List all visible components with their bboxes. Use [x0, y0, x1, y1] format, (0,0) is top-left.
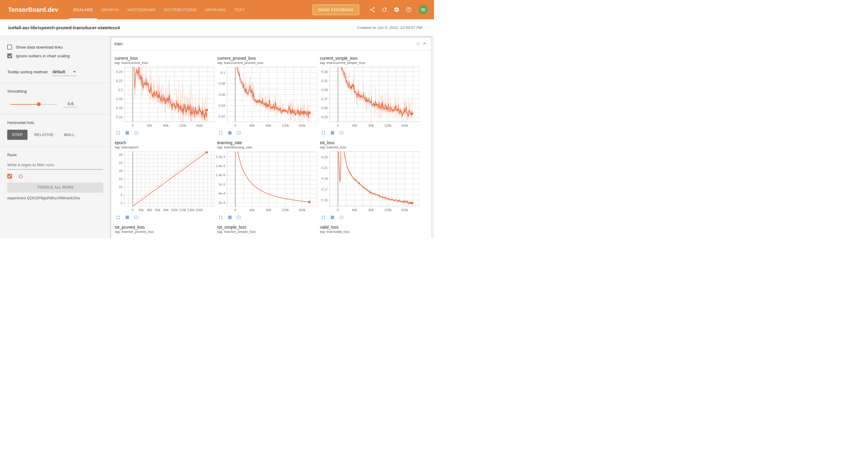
fit-domain-icon[interactable] — [134, 215, 139, 220]
svg-text:18: 18 — [119, 169, 123, 172]
fit-domain-icon[interactable] — [339, 130, 344, 135]
chart-actions — [113, 129, 215, 135]
page-title: icefall-asr-librispeech-pruned-transduce… — [8, 25, 120, 30]
svg-text:160k: 160k — [298, 124, 305, 127]
expand-icon[interactable] — [321, 130, 326, 135]
tab-graphs[interactable]: GRAPHS — [97, 0, 123, 19]
scrollbar[interactable] — [431, 36, 434, 238]
chart-plot[interactable]: 261014182226020k40k60k80k100k120k140k160… — [113, 150, 215, 214]
data-table-icon[interactable] — [330, 130, 335, 135]
expand-icon[interactable] — [116, 215, 121, 220]
tab-distributions[interactable]: DISTRIBUTIONS — [160, 0, 201, 19]
svg-text:0.24: 0.24 — [116, 70, 123, 73]
svg-text:6: 6 — [121, 193, 123, 197]
run-checkbox[interactable] — [7, 174, 12, 179]
fit-domain-icon[interactable] — [236, 215, 242, 220]
tooltip-sorting-select[interactable]: default — [52, 69, 77, 76]
show-download-links-checkbox[interactable] — [7, 45, 12, 50]
svg-text:22: 22 — [119, 161, 123, 165]
svg-text:160k: 160k — [195, 124, 203, 127]
data-table-icon[interactable] — [330, 215, 335, 220]
tab-hparams[interactable]: HPARAMS — [201, 0, 230, 19]
chart-tag: tag: train/learning_rate — [215, 146, 318, 150]
toggle-all-runs-button[interactable]: TOGGLE ALL RUNS — [7, 183, 103, 192]
fit-domain-icon[interactable] — [339, 215, 344, 220]
tooltip-sorting-label: Tooltip sorting method: — [7, 70, 48, 74]
svg-text:160k: 160k — [298, 208, 305, 212]
chart-tag: tag: train/tot_simple_loss — [215, 230, 318, 234]
data-table-icon[interactable] — [125, 215, 130, 220]
svg-text:60k: 60k — [155, 208, 160, 212]
avatar[interactable]: W — [418, 5, 428, 14]
axis-wall-button[interactable]: WALL — [60, 130, 78, 139]
data-table-icon[interactable] — [227, 215, 232, 220]
sidebar-divider — [0, 146, 110, 147]
svg-text:0: 0 — [132, 208, 134, 212]
svg-text:0.23: 0.23 — [321, 115, 328, 119]
runs-regex-input[interactable] — [7, 161, 103, 169]
collapse-chevron-icon[interactable] — [422, 41, 427, 46]
expand-icon[interactable] — [321, 215, 326, 220]
scalar-chart-card: current_simple_losstag: train/current_si… — [318, 53, 421, 135]
chart-plot[interactable] — [215, 234, 318, 238]
svg-text:0: 0 — [337, 124, 339, 127]
chart-actions — [318, 214, 421, 220]
section-count: 11 — [416, 42, 420, 46]
svg-text:14: 14 — [119, 177, 123, 181]
train-section-header[interactable]: train 11 — [111, 38, 431, 50]
smoothing-slider-thumb[interactable] — [37, 102, 41, 106]
smoothing-value[interactable]: 0.6 — [64, 101, 78, 107]
svg-text:0.31: 0.31 — [321, 79, 328, 83]
scalar-chart-card: tot_pruned_losstag: train/tot_pruned_los… — [113, 222, 215, 238]
smoothing-slider[interactable] — [10, 104, 57, 105]
sidebar-divider — [0, 114, 110, 114]
chart-plot[interactable] — [113, 234, 215, 238]
app-logo: TensorBoard.dev — [8, 0, 58, 19]
chart-title: epoch — [113, 138, 215, 146]
ignore-outliers-label[interactable]: Ignore outliers in chart scaling — [16, 54, 70, 58]
share-icon[interactable] — [369, 7, 375, 13]
chart-plot[interactable]: 0.230.250.270.290.310.33040k80k120k160k — [318, 65, 421, 129]
svg-text:160k: 160k — [401, 124, 408, 127]
svg-text:80k: 80k — [369, 124, 374, 127]
run-row: . — [7, 174, 103, 179]
chart-plot[interactable]: 2e-46e-41e-31.4e-31.8e-32.2e-3040k80k120… — [215, 150, 318, 214]
svg-text:40k: 40k — [249, 208, 255, 212]
data-table-icon[interactable] — [227, 130, 232, 135]
data-table-icon[interactable] — [125, 130, 130, 135]
chart-plot[interactable]: 0.020.040.060.080.1040k80k120k160k — [215, 65, 318, 129]
fit-domain-icon[interactable] — [134, 130, 139, 135]
svg-text:20k: 20k — [138, 208, 144, 212]
created-timestamp: Created on Jun 4, 2022, 12:59:07 PM — [357, 25, 426, 30]
help-icon[interactable] — [406, 7, 412, 13]
svg-text:120k: 120k — [179, 124, 186, 127]
train-section-card: train 11 current_losstag: train/current_… — [111, 38, 431, 238]
fit-domain-icon[interactable] — [236, 130, 242, 135]
expand-icon[interactable] — [116, 130, 121, 135]
show-download-links-label[interactable]: Show data download links — [16, 45, 63, 50]
svg-text:120k: 120k — [384, 208, 392, 212]
svg-text:2: 2 — [121, 201, 123, 205]
send-feedback-button[interactable]: SEND FEEDBACK — [313, 4, 359, 15]
svg-text:0.02: 0.02 — [219, 115, 225, 118]
axis-relative-button[interactable]: RELATIVE — [30, 130, 57, 139]
chart-plot[interactable]: 0.140.160.180.20.220.24040k80k120k160k — [113, 65, 215, 129]
svg-text:0: 0 — [337, 208, 339, 212]
chart-plot[interactable]: 0.150.170.190.210.23040k80k120k160k — [318, 150, 421, 214]
chart-plot[interactable] — [318, 234, 421, 238]
svg-text:0: 0 — [235, 124, 236, 127]
chart-actions — [113, 214, 215, 220]
svg-text:40k: 40k — [147, 124, 152, 127]
tab-text[interactable]: TEXT — [230, 0, 249, 19]
axis-step-button[interactable]: STEP — [7, 130, 28, 140]
svg-text:40k: 40k — [352, 124, 357, 127]
settings-gear-icon[interactable] — [394, 7, 400, 13]
svg-text:0.17: 0.17 — [321, 188, 328, 191]
refresh-icon[interactable] — [381, 7, 388, 13]
ignore-outliers-checkbox[interactable] — [7, 53, 12, 58]
tab-histograms[interactable]: HISTOGRAMS — [123, 0, 160, 19]
tab-scalars[interactable]: SCALARS — [69, 0, 97, 19]
expand-icon[interactable] — [218, 215, 223, 220]
expand-icon[interactable] — [218, 130, 223, 135]
svg-text:120k: 120k — [282, 124, 289, 127]
